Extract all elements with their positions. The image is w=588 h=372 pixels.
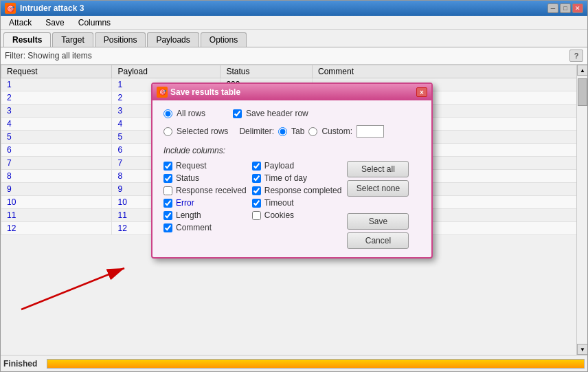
col-timeout-row: Timeout (252, 198, 342, 208)
window-title: Intruder attack 3 (20, 3, 543, 13)
tab-target[interactable]: Target (52, 32, 93, 47)
cell-request: 4 (1, 118, 112, 131)
cell-request: 2 (1, 91, 112, 105)
delimiter-label: Delimiter: (239, 127, 274, 136)
col-timeout-label: Timeout (264, 198, 294, 208)
tab-label: Tab (291, 127, 304, 136)
modal-title-bar: 🎯 Save results table × (152, 84, 431, 100)
window-controls: ─ □ ✕ (547, 3, 583, 13)
custom-label: Custom: (321, 127, 352, 136)
col-comment-label: Comment (176, 223, 212, 232)
tab-delimiter-radio[interactable] (278, 127, 287, 136)
help-button[interactable]: ? (569, 50, 583, 62)
cell-request: 1 (1, 78, 112, 91)
save-header-label: Save header row (246, 109, 308, 118)
columns-left: Request Status Response received Error (163, 161, 247, 232)
col-response-received-row: Response received (163, 186, 247, 195)
progress-fill (47, 360, 584, 368)
tab-positions[interactable]: Positions (95, 32, 146, 47)
col-header-request: Request (1, 65, 112, 78)
col-response-completed-row: Response completed (252, 186, 342, 195)
col-payload-label: Payload (264, 161, 294, 171)
menu-attack[interactable]: Attack (3, 17, 37, 29)
cell-request: 5 (1, 131, 112, 144)
col-request-row: Request (163, 161, 247, 171)
custom-delimiter-radio[interactable] (308, 127, 317, 136)
column-action-buttons: Select all Select none Save Cancel (347, 161, 409, 249)
all-rows-radio-group: All rows (163, 109, 205, 118)
selected-rows-radio[interactable] (163, 127, 172, 136)
col-error-label: Error (176, 198, 194, 208)
save-header-section: Save header row (233, 109, 308, 118)
col-header-status: Status (220, 65, 313, 78)
col-header-payload: Payload (112, 65, 220, 78)
col-header-comment: Comment (313, 65, 587, 78)
col-response-received-checkbox[interactable] (163, 186, 172, 195)
scroll-thumb[interactable] (578, 78, 587, 106)
selected-rows-radio-group: Selected rows (163, 127, 228, 136)
col-cookies-row: Cookies (252, 210, 342, 220)
close-button[interactable]: ✕ (572, 3, 583, 13)
status-bar: Finished (1, 355, 587, 371)
col-status-checkbox[interactable] (163, 174, 172, 183)
col-length-label: Length (176, 210, 201, 220)
app-icon: 🎯 (5, 3, 16, 14)
delimiter-row: Selected rows Delimiter: Tab Custom: (163, 125, 420, 138)
col-error-checkbox[interactable] (163, 199, 172, 208)
col-length-row: Length (163, 210, 247, 220)
cell-request: 6 (1, 144, 112, 157)
scroll-down[interactable]: ▼ (577, 344, 587, 355)
select-none-button[interactable]: Select none (347, 180, 409, 197)
col-timeofday-row: Time of day (252, 173, 342, 183)
modal-close-button[interactable]: × (416, 87, 427, 97)
save-button[interactable]: Save (347, 213, 409, 230)
maximize-button[interactable]: □ (560, 3, 571, 13)
col-response-completed-label: Response completed (264, 186, 342, 195)
col-length-checkbox[interactable] (163, 211, 172, 220)
custom-delimiter-input[interactable] (357, 125, 384, 138)
cell-request: 10 (1, 196, 112, 209)
col-payload-checkbox[interactable] (252, 162, 261, 171)
title-bar: 🎯 Intruder attack 3 ─ □ ✕ (1, 1, 587, 16)
menu-save[interactable]: Save (40, 17, 69, 29)
cell-request: 11 (1, 209, 112, 222)
cell-request: 7 (1, 157, 112, 170)
col-cookies-checkbox[interactable] (252, 211, 261, 220)
col-request-checkbox[interactable] (163, 162, 172, 171)
menu-columns[interactable]: Columns (73, 17, 116, 29)
col-timeofday-label: Time of day (264, 173, 307, 183)
col-status-label: Status (176, 173, 199, 183)
col-timeout-checkbox[interactable] (252, 199, 261, 208)
filter-bar: Filter: Showing all items ? (1, 47, 587, 65)
progress-bar (47, 359, 585, 369)
scroll-up[interactable]: ▲ (577, 65, 587, 76)
col-response-completed-checkbox[interactable] (252, 186, 261, 195)
col-timeofday-checkbox[interactable] (252, 174, 261, 183)
selected-rows-label: Selected rows (177, 127, 228, 136)
select-all-button[interactable]: Select all (347, 161, 409, 177)
cancel-button[interactable]: Cancel (347, 232, 409, 249)
tab-results[interactable]: Results (3, 32, 51, 47)
modal-title: Save results table (170, 87, 414, 97)
cell-request: 8 (1, 170, 112, 183)
status-text: Finished (3, 359, 41, 369)
scrollbar[interactable]: ▲ ▼ (576, 65, 587, 355)
col-request-label: Request (176, 161, 207, 171)
modal-body: All rows Save header row Selected rows D… (152, 100, 431, 257)
columns-section: Request Status Response received Error (163, 161, 420, 249)
cell-request: 9 (1, 183, 112, 196)
col-response-received-label: Response received (176, 186, 247, 195)
save-header-checkbox[interactable] (233, 109, 242, 118)
all-rows-radio[interactable] (163, 109, 172, 118)
col-comment-checkbox[interactable] (163, 223, 172, 232)
tab-options[interactable]: Options (201, 32, 247, 47)
filter-text: Filter: Showing all items (5, 51, 92, 61)
col-status-row: Status (163, 173, 247, 183)
col-cookies-label: Cookies (264, 210, 294, 220)
include-columns-label: Include columns: (163, 146, 420, 155)
tab-payloads[interactable]: Payloads (147, 32, 199, 47)
cell-request: 3 (1, 105, 112, 118)
minimize-button[interactable]: ─ (547, 3, 558, 13)
tab-bar: Results Target Positions Payloads Option… (1, 30, 587, 47)
save-results-dialog: 🎯 Save results table × All rows Save hea… (151, 83, 433, 259)
